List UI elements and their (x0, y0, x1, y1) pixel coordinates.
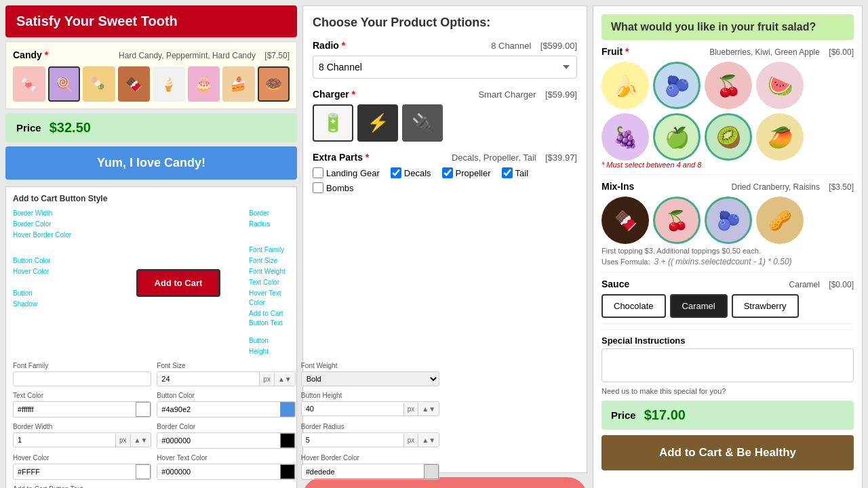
fruit-price-row: Price $17.00 (601, 401, 854, 430)
sauce-buttons: Chocolate Caramel Strawberry (601, 294, 854, 318)
hover-text-color-swatch[interactable] (280, 464, 295, 479)
editor-label-add-to-cart-text: Add to Cart Button Text (249, 309, 290, 328)
border-color-label: Border Color (157, 423, 295, 430)
landing-gear-checkbox[interactable] (313, 167, 323, 178)
border-width-label: Border Width (13, 423, 151, 430)
button-color-swatch[interactable] (280, 402, 295, 417)
font-weight-label: Font Weight (301, 362, 439, 369)
charger-swatch-0[interactable]: 🔋 (313, 104, 353, 142)
button-height-stepper[interactable]: ▲▼ (418, 403, 439, 415)
extra-parts-option-row: Extra Parts * Decals, Propeller, Tail [$… (313, 151, 577, 193)
decals-checkbox[interactable] (391, 167, 401, 178)
editor-labels-left: Border Width Border Color Hover Border C… (13, 209, 108, 357)
border-radius-input[interactable] (302, 433, 403, 447)
fruit-watermelon[interactable]: 🍉 (756, 62, 804, 109)
border-color-group: Border Color (157, 423, 295, 449)
border-color-swatch[interactable] (280, 433, 295, 448)
text-color-swatch[interactable] (136, 402, 151, 417)
mixin-almond[interactable]: 🥜 (756, 197, 804, 244)
editor-label-button-height2: Height (249, 347, 290, 357)
font-size-input[interactable] (157, 372, 259, 386)
fruit-banana[interactable]: 🍌 (601, 62, 649, 109)
candy-swatch-4[interactable]: 🍦 (153, 66, 185, 102)
fruit-section-name: Fruit * (601, 46, 629, 57)
border-color-input[interactable] (157, 434, 279, 447)
font-size-stepper[interactable]: ▲▼ (274, 373, 295, 386)
extra-parts-selected: Decals, Propeller, Tail (452, 152, 536, 163)
landing-gear-label: Landing Gear (326, 168, 380, 178)
special-instructions-textarea[interactable] (601, 348, 854, 382)
charger-swatch-2[interactable]: 🔌 (402, 104, 443, 142)
radio-selected: 8 Channel (491, 41, 531, 51)
radio-option-name: Radio * (313, 40, 345, 51)
editor-label-hover-color: Hover Color (13, 267, 108, 277)
editor-labels-right: Border Radius Font Family Font Size Font… (249, 209, 290, 357)
button-color-input[interactable] (157, 403, 279, 416)
sauce-caramel-button[interactable]: Caramel (670, 294, 728, 318)
fruit-blueberry[interactable]: 🫐 (653, 62, 701, 109)
candy-swatch-6[interactable]: 🍰 (222, 66, 255, 102)
fruit-price-label: Price (611, 409, 636, 421)
btn-style-editor: Add to Cart Button Style Border Width Bo… (5, 186, 297, 488)
editor-label-button-height: Button (249, 336, 290, 346)
font-family-input[interactable] (13, 371, 151, 386)
border-radius-unit: px (403, 434, 418, 447)
editor-label-hover-border-color: Hover Border Color (13, 230, 108, 240)
propeller-checkbox[interactable] (442, 167, 453, 178)
candy-swatch-7[interactable]: 🍩 (258, 66, 290, 102)
tail-checkbox[interactable] (502, 167, 513, 178)
special-instructions-label: Special Instructions (601, 336, 854, 346)
bombs-checkbox[interactable] (313, 182, 323, 193)
fruit-cherry[interactable]: 🍒 (705, 62, 752, 109)
hover-border-color-input[interactable] (302, 465, 424, 479)
candy-swatch-5[interactable]: 🎂 (188, 66, 220, 102)
mixin-dark-choc[interactable]: 🍫 (601, 197, 649, 244)
hover-color-input[interactable] (14, 465, 136, 479)
hover-color-group: Hover Color (13, 454, 151, 480)
fruit-title: What would you like in your fruit salad? (601, 14, 854, 40)
hover-text-color-input[interactable] (157, 465, 279, 479)
hover-border-color-swatch[interactable] (424, 464, 439, 479)
button-color-group: Button Color (157, 392, 295, 418)
fruit-salad-panel: What would you like in your fruit salad?… (593, 5, 863, 488)
hover-color-swatch[interactable] (136, 464, 151, 479)
font-weight-select[interactable]: Bold Normal (301, 371, 439, 386)
sauce-section: Sauce Caramel [$0.00] Chocolate Caramel … (601, 278, 854, 324)
formula-calc: 3 + (( mixins.selectedcount - 1) * 0.50) (654, 257, 792, 266)
charger-swatch-1[interactable]: ⚡ (357, 104, 398, 142)
hover-border-color-row (301, 464, 439, 480)
border-width-stepper[interactable]: ▲▼ (130, 434, 151, 447)
candy-swatch-3[interactable]: 🍫 (118, 66, 151, 102)
radio-select[interactable]: 8 Channel 6 Channel 4 Channel (313, 56, 577, 79)
sauce-row: Sauce Caramel [$0.00] (601, 278, 854, 290)
border-radius-stepper[interactable]: ▲▼ (418, 434, 439, 447)
extra-parts-option-name: Extra Parts * (313, 152, 369, 163)
mixin-cranberry[interactable]: 🍒 (653, 197, 701, 244)
fruit-mango[interactable]: 🥭 (756, 113, 804, 161)
mixin-raisins[interactable]: 🫐 (705, 197, 752, 244)
sauce-strawberry-button[interactable]: Strawberry (732, 294, 799, 318)
extra-decals: Decals (391, 167, 431, 178)
fruit-apple[interactable]: 🍏 (653, 113, 701, 161)
extra-parts-row2: Bombs (313, 182, 577, 193)
hover-border-color-group: Hover Border Color (301, 454, 439, 480)
editor-label-border-radius: Border (249, 209, 290, 218)
candy-price-value: $32.50 (50, 120, 91, 136)
text-color-input[interactable] (14, 403, 136, 416)
border-radius-row: px ▲▼ (301, 432, 439, 447)
fruit-kiwi[interactable]: 🥝 (705, 113, 752, 161)
fruit-grape[interactable]: 🍇 (601, 113, 649, 161)
candy-swatch-1[interactable]: 🍭 (48, 66, 81, 102)
button-height-input[interactable] (302, 402, 403, 415)
fruit-add-to-cart-button[interactable]: Add to Cart & Be Healthy (601, 435, 854, 470)
special-instructions-note: Need us to make this special for you? (601, 387, 854, 395)
candy-swatch-0[interactable]: 🍬 (13, 66, 45, 102)
must-select-note: * Must select between 4 and 8 (601, 161, 854, 169)
preview-add-to-cart-button[interactable]: Add to Cart (136, 269, 221, 297)
fruit-selected: Blueberries, Kiwi, Green Apple (709, 47, 820, 57)
border-width-input[interactable] (14, 433, 115, 447)
sauce-chocolate-button[interactable]: Chocolate (601, 294, 666, 318)
candy-swatch-2[interactable]: 🍡 (83, 66, 115, 102)
radio-option-row: Radio * 8 Channel [$599.00] 8 Channel 6 … (313, 39, 577, 79)
candy-add-to-cart-button[interactable]: Yum, I love Candy! (5, 146, 297, 180)
